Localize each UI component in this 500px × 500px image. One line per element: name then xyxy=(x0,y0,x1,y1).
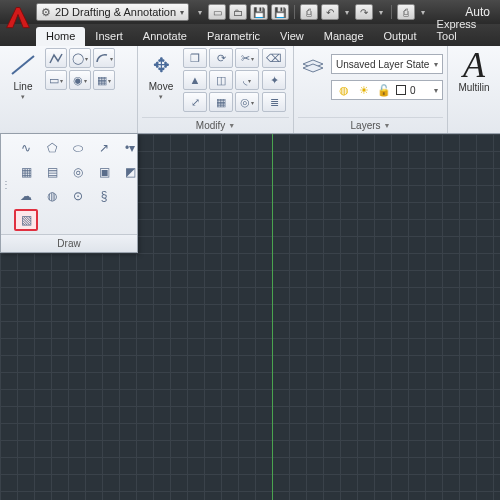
layer-properties-button[interactable] xyxy=(298,50,328,78)
erase-icon[interactable]: ⌫ xyxy=(262,48,286,68)
separator xyxy=(391,5,392,19)
svg-line-0 xyxy=(12,56,34,74)
circle-icon[interactable]: ◯▾ xyxy=(69,48,91,68)
saveas-icon[interactable]: 💾 xyxy=(271,4,289,20)
arc-icon[interactable]: ▾ xyxy=(93,48,115,68)
tab-parametric[interactable]: Parametric xyxy=(197,27,270,46)
layer-state-label: Unsaved Layer State xyxy=(336,59,429,70)
scale-icon[interactable]: ◫ xyxy=(209,70,233,90)
fillet-icon[interactable]: ◟▾ xyxy=(235,70,259,90)
explode-icon[interactable]: ✦ xyxy=(262,70,286,90)
ribbon: Line ▾ ◯▾ ▾ ▭▾ ◉▾ ▦▾ ✥ Move ▾ ❐ ⟳ xyxy=(0,46,500,134)
new-icon[interactable]: ▭ xyxy=(208,4,226,20)
multiline-label: Multilin xyxy=(458,82,489,93)
offset-icon[interactable]: ◎▾ xyxy=(235,92,259,112)
polyline-icon[interactable] xyxy=(45,48,67,68)
panel-draw: Line ▾ ◯▾ ▾ ▭▾ ◉▾ ▦▾ xyxy=(0,46,138,133)
draw-flyout-title[interactable]: Draw xyxy=(1,234,137,252)
title-bar: ⚙ 2D Drafting & Annotation ▾ ▾ ▭ 🗀 💾 💾 ⎙… xyxy=(0,0,500,24)
text-icon[interactable]: A xyxy=(463,50,485,80)
region-icon[interactable]: ▣ xyxy=(92,161,116,183)
chevron-down-icon: ▼ xyxy=(384,122,391,129)
mirror-icon[interactable]: ▲ xyxy=(183,70,207,90)
move-button[interactable]: ✥ Move ▾ xyxy=(142,48,180,117)
quick-access-toolbar: ▾ ▭ 🗀 💾 💾 ⎙ ↶ ▾ ↷ ▾ ⎙ ▾ xyxy=(195,4,428,20)
panel-annotation: A Multilin xyxy=(448,46,500,133)
gear-icon: ⚙ xyxy=(41,6,51,19)
draw-panel-flyout: ⋮ ∿ ⬠ ⬭ ↗ •▾ ▦ ▤ ◎ ▣ ◩ ☁ ◍ ⊙ § ▧ Draw xyxy=(0,134,138,253)
gradient-icon[interactable]: ▤ xyxy=(40,161,64,183)
tab-express-tools[interactable]: Express Tool xyxy=(427,15,500,46)
hatch-icon[interactable]: ▦▾ xyxy=(93,70,115,90)
tab-view[interactable]: View xyxy=(270,27,314,46)
open-icon[interactable]: 🗀 xyxy=(229,4,247,20)
qat-customize-left[interactable]: ▾ xyxy=(195,4,205,20)
donut-icon[interactable]: ◍ xyxy=(40,185,64,207)
layer-state-dropdown[interactable]: Unsaved Layer State ▾ xyxy=(331,54,443,74)
move-icon: ✥ xyxy=(144,50,178,80)
rotate-icon[interactable]: ⟳ xyxy=(209,48,233,68)
workspace-label: 2D Drafting & Annotation xyxy=(55,6,176,18)
polygon-icon[interactable]: ⬠ xyxy=(40,137,64,159)
draw-grid: ◯▾ ▾ ▭▾ ◉▾ ▦▾ xyxy=(45,48,115,133)
redo-icon[interactable]: ↷ xyxy=(355,4,373,20)
save-icon[interactable]: 💾 xyxy=(250,4,268,20)
sun-icon: ☀ xyxy=(356,82,372,98)
point-icon[interactable]: ⊙ xyxy=(66,185,90,207)
modify-title[interactable]: Modify▼ xyxy=(142,117,289,133)
chevron-down-icon: ▾ xyxy=(159,93,163,101)
line-label: Line xyxy=(14,81,33,92)
ellipse-icon[interactable]: ◉▾ xyxy=(69,70,91,90)
line-icon xyxy=(6,50,40,80)
undo-icon[interactable]: ↶ xyxy=(321,4,339,20)
line-button[interactable]: Line ▾ xyxy=(4,48,42,133)
lightbulb-icon: ◍ xyxy=(336,82,352,98)
tab-output[interactable]: Output xyxy=(374,27,427,46)
spline-icon[interactable]: ∿ xyxy=(14,137,38,159)
lock-icon: 🔓 xyxy=(376,82,392,98)
chevron-down-icon: ▾ xyxy=(434,86,438,95)
chevron-down-icon: ▾ xyxy=(434,60,438,69)
panel-grip[interactable]: ⋮ xyxy=(1,134,11,234)
helix-icon[interactable]: § xyxy=(92,185,116,207)
redo-history-icon[interactable]: ▾ xyxy=(376,4,386,20)
trim-icon[interactable]: ✂▾ xyxy=(235,48,259,68)
hatch2-icon[interactable]: ▦ xyxy=(14,161,38,183)
copy-icon[interactable]: ❐ xyxy=(183,48,207,68)
current-layer-label: 0 xyxy=(410,85,416,96)
tab-home[interactable]: Home xyxy=(36,27,85,46)
panel-modify: ✥ Move ▾ ❐ ⟳ ✂▾ ▲ ◫ ◟▾ ⤢ ▦ ◎▾ ⌫ ✦ ≣ Modi… xyxy=(138,46,294,133)
chevron-down-icon: ▾ xyxy=(21,93,25,101)
blank-icon xyxy=(118,185,142,207)
tab-insert[interactable]: Insert xyxy=(85,27,133,46)
workspace-dropdown[interactable]: ⚙ 2D Drafting & Annotation ▾ xyxy=(36,3,189,21)
undo-history-icon[interactable]: ▾ xyxy=(342,4,352,20)
chevron-down-icon: ▾ xyxy=(180,8,184,17)
tab-manage[interactable]: Manage xyxy=(314,27,374,46)
color-swatch xyxy=(396,85,406,95)
plot-icon[interactable]: ⎙ xyxy=(300,4,318,20)
more-icon[interactable]: •▾ xyxy=(118,137,142,159)
stretch-icon[interactable]: ⤢ xyxy=(183,92,207,112)
layer-dropdown[interactable]: ◍ ☀ 🔓 0 ▾ xyxy=(331,80,443,100)
array-icon[interactable]: ▦ xyxy=(209,92,233,112)
print-icon[interactable]: ⎙ xyxy=(397,4,415,20)
3d-polyline-icon[interactable]: ▧ xyxy=(14,209,38,231)
offset2-icon[interactable]: ≣ xyxy=(262,92,286,112)
revision-cloud-icon[interactable]: ☁ xyxy=(14,185,38,207)
layers-title[interactable]: Layers▼ xyxy=(298,117,443,133)
boundary-icon[interactable]: ◎ xyxy=(66,161,90,183)
move-label: Move xyxy=(149,81,173,92)
wipeout-icon[interactable]: ◩ xyxy=(118,161,142,183)
panel-layers: Unsaved Layer State ▾ ◍ ☀ 🔓 0 ▾ Layers▼ xyxy=(294,46,448,133)
ribbon-tabs: Home Insert Annotate Parametric View Man… xyxy=(0,24,500,46)
chevron-down-icon: ▼ xyxy=(228,122,235,129)
ellipse2-icon[interactable]: ⬭ xyxy=(66,137,90,159)
tab-annotate[interactable]: Annotate xyxy=(133,27,197,46)
rectangle-icon[interactable]: ▭▾ xyxy=(45,70,67,90)
app-logo[interactable] xyxy=(4,4,32,32)
separator xyxy=(294,5,295,19)
ray-icon[interactable]: ↗ xyxy=(92,137,116,159)
modify-grid: ❐ ⟳ ✂▾ ▲ ◫ ◟▾ ⤢ ▦ ◎▾ xyxy=(183,48,259,117)
